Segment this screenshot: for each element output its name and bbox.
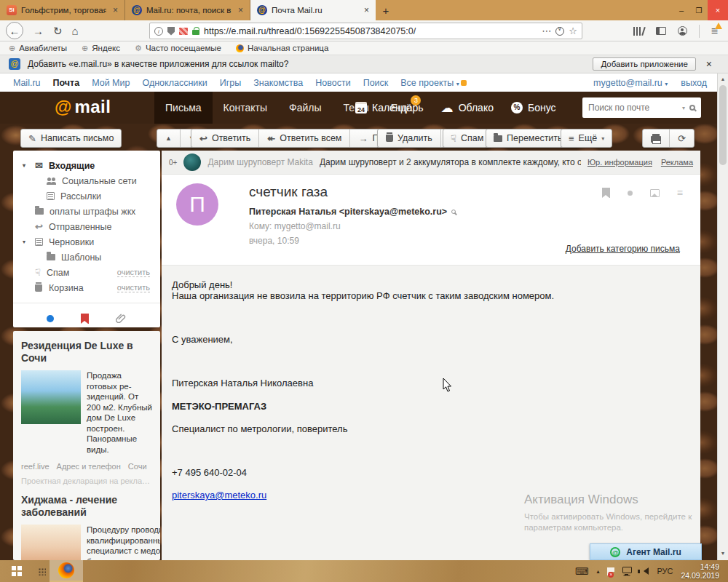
tracking-shield-icon[interactable] — [167, 27, 175, 36]
flagged-filter-icon[interactable] — [81, 314, 89, 324]
folder-templates[interactable]: Шаблоны — [13, 250, 160, 265]
ad-city-link[interactable]: Сочи — [128, 462, 147, 471]
folder-drafts[interactable]: ▾ Черновики — [13, 234, 160, 250]
delete-button[interactable]: Удалить — [378, 129, 441, 147]
ad-mark-link[interactable]: Реклама — [661, 158, 693, 167]
add-application-button[interactable]: Добавить приложение — [593, 57, 695, 71]
compose-button[interactable]: ✎ Написать письмо — [20, 129, 122, 148]
portal-link-pochta[interactable]: Почта — [53, 78, 80, 88]
bookmark-frequent[interactable]: ⚙Часто посещаемые — [135, 44, 221, 52]
sidebar-toggle-icon[interactable] — [656, 27, 666, 35]
browser-tab-1[interactable]: Si Гольфстрим, торговая компа × — [0, 0, 125, 20]
network-icon[interactable] — [622, 567, 632, 573]
portal-link-znakomstva[interactable]: Знакомства — [253, 78, 303, 88]
cloud-app[interactable]: ☁Облако — [441, 102, 494, 114]
tab-close-icon[interactable]: × — [362, 5, 371, 15]
spam-button[interactable]: ☟ Спам — [443, 129, 491, 148]
folder-trash[interactable]: Корзина очистить — [13, 280, 160, 295]
action-center-icon[interactable] — [607, 567, 614, 575]
flag-icon[interactable] — [602, 188, 610, 198]
bookmark-aviabilety[interactable]: ⊕Авиабилеты — [9, 44, 67, 52]
sender-avatar[interactable]: П — [176, 183, 218, 226]
task-view-button[interactable] — [33, 560, 50, 582]
tab-contacts[interactable]: Контакты — [213, 92, 278, 124]
reload-icon[interactable]: ↻ — [53, 25, 63, 36]
start-button[interactable] — [0, 560, 33, 582]
portal-link-moymir[interactable]: Мой Мир — [92, 78, 130, 88]
chevron-down-icon[interactable]: ▾ — [23, 239, 25, 245]
ad-image[interactable] — [21, 370, 81, 424]
portal-link-igry[interactable]: Игры — [220, 78, 241, 88]
ad-text[interactable]: Процедуру проводит квалифицированный спе… — [87, 525, 160, 560]
portal-link-novosti[interactable]: Новости — [315, 78, 350, 88]
ad-image[interactable] — [21, 525, 81, 560]
volume-icon[interactable] — [640, 567, 649, 575]
tray-expand-icon[interactable]: ▴ — [596, 568, 599, 575]
print-button[interactable] — [643, 129, 670, 147]
pocket-icon[interactable] — [555, 27, 564, 36]
window-restore-button[interactable]: ❐ — [690, 0, 708, 20]
page-actions-icon[interactable]: ⋯ — [542, 25, 551, 36]
tab-files[interactable]: Файлы — [278, 92, 332, 124]
search-scope-chevron-icon[interactable]: ▾ — [682, 105, 685, 111]
folder-inbox[interactable]: ▾ ✉ Входящие — [13, 158, 160, 173]
library-icon[interactable] — [633, 27, 644, 36]
folder-sent[interactable]: ↩ Отправленные — [13, 219, 160, 234]
clear-spam-link[interactable]: очистить — [117, 268, 150, 277]
banner-text[interactable]: Дарим шуруповерт и 2 аккумулятора в комп… — [320, 157, 581, 167]
bookmark-homepage[interactable]: Начальная страница — [236, 44, 328, 52]
bookmark-star-icon[interactable]: ☆ — [569, 25, 577, 36]
clock[interactable]: 14:49 24.09.2019 — [681, 562, 722, 580]
page-info-icon[interactable]: i — [154, 27, 163, 36]
mailru-agent-widget[interactable]: @ Агент Mail.ru — [590, 543, 702, 560]
mailru-logo[interactable]: @ mail — [55, 97, 111, 117]
legal-info-link[interactable]: Юр. информация — [587, 158, 652, 167]
scroll-down-icon[interactable]: ▼ — [718, 551, 728, 556]
new-tab-button[interactable]: + — [376, 0, 396, 20]
top-banner-ad[interactable]: 0+ Дарим шуруповерт Makita Дарим шурупов… — [162, 151, 700, 175]
tab-letters[interactable]: Письма — [154, 92, 213, 124]
more-menu-icon[interactable]: ≡ — [677, 188, 683, 198]
reply-button[interactable]: ↩Ответить — [191, 129, 259, 147]
folder-payments[interactable]: оплаты штрафы жкх — [13, 204, 160, 219]
prev-message-button[interactable]: ▲ — [157, 129, 181, 147]
banner-title[interactable]: Дарим шуруповерт Makita — [207, 157, 312, 167]
page-scrollbar[interactable]: ▲ ▼ — [717, 73, 728, 560]
secure-lock-icon[interactable] — [192, 30, 199, 35]
chevron-down-icon[interactable]: ▾ — [23, 162, 25, 169]
folder-spam[interactable]: ☟ Спам очистить — [13, 265, 160, 280]
image-view-icon[interactable] — [650, 189, 660, 197]
notification-close-icon[interactable]: × — [703, 58, 715, 70]
search-icon[interactable] — [689, 105, 695, 111]
clear-trash-link[interactable]: очистить — [117, 283, 150, 292]
back-button[interactable]: ← — [6, 22, 23, 39]
url-text[interactable]: https://e.mail.ru/thread/0:1569225545087… — [204, 26, 537, 36]
forward-icon[interactable]: → — [33, 25, 44, 36]
logout-link[interactable]: выход — [681, 78, 707, 88]
sender-email-link[interactable]: piterskaya@meteko.ru — [172, 490, 266, 501]
ad-title[interactable]: Резиденция De Luxe в Сочи — [21, 340, 152, 364]
reply-all-button[interactable]: ↞Ответить всем — [259, 129, 350, 147]
browser-tab-active[interactable]: @ Почта Mail.ru × — [250, 0, 376, 20]
unread-dot-icon[interactable] — [628, 191, 633, 196]
mail-search-input[interactable] — [588, 103, 678, 113]
account-icon[interactable] — [678, 26, 687, 36]
add-category-link[interactable]: Добавить категорию письма — [566, 244, 680, 254]
ad-body[interactable]: Процедуру проводит квалифицированный спе… — [21, 525, 152, 560]
tab-close-icon[interactable]: × — [111, 5, 120, 15]
ad-body[interactable]: Продажа готовых ре-зиденций. От 200 м2. … — [21, 370, 152, 455]
window-minimize-button[interactable]: – — [673, 0, 690, 20]
tab-close-icon[interactable]: × — [236, 5, 245, 15]
portal-link-mailru[interactable]: Mail.ru — [13, 78, 41, 88]
scroll-up-icon[interactable]: ▲ — [718, 76, 728, 81]
menu-icon[interactable]: ≡ — [711, 25, 718, 37]
sync-button[interactable]: ⟳ — [670, 129, 694, 147]
portal-link-all-projects[interactable]: Все проекты ▾ — [400, 78, 466, 88]
calendar-app[interactable]: 24Календарь — [355, 102, 424, 113]
touch-keyboard-icon[interactable]: ⌨ — [575, 567, 589, 576]
language-indicator[interactable]: РУС — [657, 567, 673, 575]
url-bar[interactable]: i https://e.mail.ru/thread/0:15692255450… — [149, 23, 582, 39]
home-icon[interactable]: ⌂ — [72, 25, 79, 36]
ad-domain-link[interactable]: reef.live — [21, 462, 50, 471]
mail-search-box[interactable]: ▾ — [582, 97, 701, 118]
